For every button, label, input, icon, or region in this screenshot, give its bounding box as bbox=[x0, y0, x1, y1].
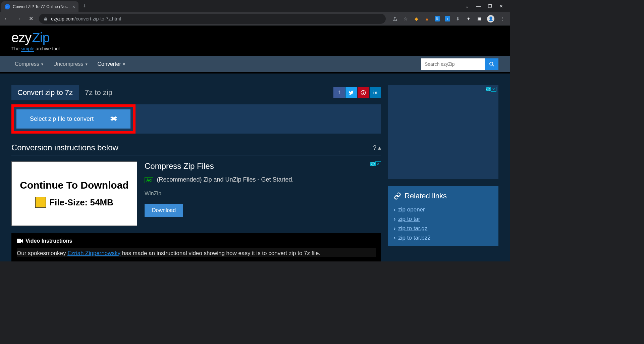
video-instructions-heading: Video Instructions bbox=[17, 238, 376, 244]
related-link-item: ›zip to tar.gz bbox=[394, 224, 492, 233]
nav-converter[interactable]: Converter▼ bbox=[94, 61, 129, 67]
browser-tab[interactable]: e Convert ZIP To 7Z Online (No lim × bbox=[1, 1, 78, 12]
maximize-icon[interactable]: ❐ bbox=[488, 4, 492, 9]
ad-headline[interactable]: Compress Zip Files bbox=[145, 161, 381, 171]
related-link[interactable]: zip to tar bbox=[398, 216, 420, 223]
site-header: ezyZip The simple archive tool bbox=[0, 26, 510, 56]
site-tagline: The simple archive tool bbox=[11, 46, 498, 51]
ad-source: WinZip bbox=[145, 191, 381, 197]
caret-icon: ▼ bbox=[85, 62, 88, 66]
svg-point-0 bbox=[490, 62, 493, 65]
caret-icon: ▼ bbox=[41, 62, 44, 66]
sidebar-ad[interactable]: ⓘ✕ bbox=[388, 85, 498, 179]
ad-description: (Recommended) Zip and UnZip Files - Get … bbox=[157, 176, 293, 183]
address-bar[interactable]: ezyzip.com/convert-zip-to-7z.html bbox=[39, 14, 386, 24]
dropbox-icon[interactable] bbox=[110, 116, 117, 122]
url-text: ezyzip.com/convert-zip-to-7z.html bbox=[51, 16, 121, 21]
svg-rect-3 bbox=[17, 239, 21, 243]
related-link[interactable]: zip to tar.gz bbox=[398, 225, 427, 232]
file-icon bbox=[35, 197, 46, 208]
tab-convert-zip-to-7z[interactable]: Convert zip to 7z bbox=[11, 85, 79, 100]
related-link-item: ›zip opener bbox=[394, 205, 492, 214]
select-file-button[interactable]: Select zip file to convert bbox=[16, 109, 130, 129]
minimize-icon[interactable]: — bbox=[476, 4, 481, 9]
extension-translate-icon[interactable]: T bbox=[445, 16, 450, 21]
close-tab-icon[interactable]: × bbox=[72, 4, 75, 9]
extension-shield-icon[interactable]: B bbox=[435, 16, 440, 21]
tab-7z-to-zip[interactable]: 7z to zip bbox=[79, 85, 118, 100]
tab-title: Convert ZIP To 7Z Online (No lim bbox=[13, 4, 70, 9]
caret-icon: ▼ bbox=[122, 62, 126, 66]
related-links-box: Related links ›zip opener›zip to tar›zip… bbox=[388, 186, 498, 246]
related-link[interactable]: zip to tar.bz2 bbox=[398, 235, 430, 241]
share-icon[interactable] bbox=[392, 16, 398, 22]
instructions-heading: Conversion instructions below bbox=[11, 143, 118, 152]
chevron-right-icon: › bbox=[394, 207, 395, 213]
extension-cube-icon[interactable]: ◆ bbox=[413, 16, 419, 22]
close-window-icon[interactable]: ✕ bbox=[499, 4, 503, 9]
video-icon bbox=[17, 239, 23, 243]
related-link-item: ›zip to tar bbox=[394, 214, 492, 224]
back-button[interactable]: ← bbox=[3, 16, 11, 22]
lock-icon bbox=[44, 17, 48, 21]
search-icon bbox=[489, 61, 494, 67]
pinterest-icon bbox=[361, 90, 366, 95]
share-linkedin[interactable]: in bbox=[370, 87, 381, 98]
related-link-item: ›zip to tar.bz2 bbox=[394, 233, 492, 243]
extensions-puzzle-icon[interactable]: ✦ bbox=[466, 16, 472, 22]
svg-line-1 bbox=[492, 65, 494, 66]
tab-favicon: e bbox=[5, 4, 10, 9]
star-icon[interactable]: ☆ bbox=[402, 16, 409, 22]
related-links-heading: Related links bbox=[394, 192, 492, 200]
main-nav: Compress▼ Uncompress▼ Converter▼ bbox=[0, 56, 510, 73]
help-toggle[interactable]: ? ▴ bbox=[373, 144, 381, 151]
stop-reload-button[interactable]: ✕ bbox=[27, 15, 35, 22]
video-description: Our spokesmonkey Ezriah Zippernowsky has… bbox=[17, 248, 376, 257]
search-button[interactable] bbox=[485, 58, 498, 70]
chevron-down-icon[interactable]: ⌄ bbox=[465, 4, 469, 9]
nav-uncompress[interactable]: Uncompress▼ bbox=[50, 61, 92, 67]
kebab-menu-icon[interactable]: ⋮ bbox=[499, 16, 505, 22]
ad-marker[interactable]: ⓘ✕ bbox=[486, 87, 496, 92]
chevron-right-icon: › bbox=[394, 235, 395, 241]
sidepanel-icon[interactable]: ▣ bbox=[476, 16, 482, 22]
ad-download-button[interactable]: Download bbox=[145, 204, 183, 217]
download-icon[interactable]: ⬇ bbox=[455, 16, 461, 22]
link-icon bbox=[394, 192, 401, 200]
ad-block: ⓘ✕ Continue To Download File-Size: 54MB … bbox=[11, 161, 381, 226]
chevron-right-icon: › bbox=[394, 216, 395, 222]
ad-marker[interactable]: ⓘ✕ bbox=[370, 161, 381, 166]
twitter-icon bbox=[348, 90, 354, 95]
select-file-highlight: Select zip file to convert bbox=[11, 104, 136, 134]
profile-avatar[interactable]: 👤 bbox=[487, 15, 494, 22]
related-link[interactable]: zip opener bbox=[398, 206, 425, 213]
new-tab-button[interactable]: + bbox=[78, 3, 90, 10]
share-facebook[interactable]: f bbox=[333, 87, 345, 98]
share-twitter[interactable] bbox=[345, 87, 357, 98]
ad-image[interactable]: Continue To Download File-Size: 54MB bbox=[11, 161, 137, 226]
share-pinterest[interactable] bbox=[358, 87, 369, 98]
extension-fox-icon[interactable]: ▲ bbox=[424, 16, 430, 22]
site-logo[interactable]: ezyZip bbox=[11, 30, 498, 45]
spokesmonkey-link[interactable]: Ezriah Zippernowsky bbox=[67, 250, 120, 256]
chevron-right-icon: › bbox=[394, 226, 395, 232]
ad-badge: Ad bbox=[145, 177, 153, 183]
nav-compress[interactable]: Compress▼ bbox=[11, 61, 47, 67]
search-input[interactable] bbox=[421, 58, 485, 70]
forward-button[interactable]: → bbox=[15, 16, 23, 22]
